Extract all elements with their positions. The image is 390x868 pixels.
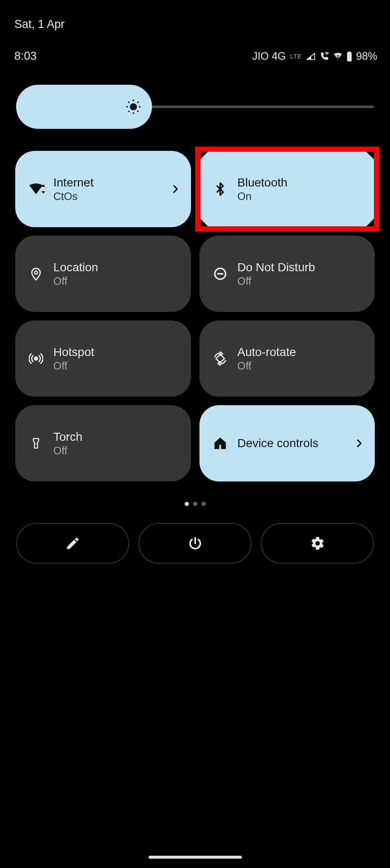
svg-point-6: [34, 271, 37, 274]
chevron-right-icon: [354, 438, 365, 449]
signal-icon: [305, 52, 316, 61]
status-bar: 8:03 JIO 4G LTE 98%: [0, 31, 390, 63]
gesture-nav-bar[interactable]: [149, 856, 242, 859]
brightness-thumb[interactable]: [16, 85, 152, 129]
tile-hotspot[interactable]: Hotspot Off: [15, 320, 191, 397]
tile-title: Location: [53, 261, 181, 274]
status-icons: [305, 51, 353, 62]
tile-location[interactable]: Location Off: [15, 236, 191, 312]
battery-percent: 98%: [356, 50, 377, 62]
status-time: 8:03: [14, 50, 37, 63]
wifi-icon: [27, 180, 45, 198]
tile-subtitle: Off: [238, 360, 365, 372]
brightness-slider[interactable]: [16, 85, 374, 129]
svg-rect-0: [347, 52, 352, 61]
tile-subtitle: Off: [53, 445, 181, 457]
gear-icon: [310, 536, 325, 551]
edit-button[interactable]: [16, 523, 129, 564]
tile-subtitle: CtOs: [53, 190, 161, 203]
tile-title: Hotspot: [53, 345, 181, 359]
tile-internet[interactable]: Internet CtOs: [15, 151, 191, 227]
torch-icon: [27, 434, 45, 452]
page-indicator: [0, 481, 390, 506]
power-button[interactable]: [138, 523, 252, 564]
tile-title: Internet: [53, 176, 161, 189]
carrier-label: JIO 4G: [252, 50, 286, 62]
tile-subtitle: On: [238, 190, 365, 203]
battery-icon: [346, 51, 353, 62]
tile-device-controls[interactable]: Device controls: [199, 405, 375, 481]
location-icon: [27, 265, 45, 283]
tile-bluetooth[interactable]: Bluetooth On: [199, 151, 375, 227]
tile-auto-rotate[interactable]: Auto-rotate Off: [199, 320, 375, 397]
chevron-right-icon: [170, 184, 181, 195]
home-icon: [211, 434, 229, 452]
svg-rect-1: [349, 51, 350, 53]
tile-torch[interactable]: Torch Off: [15, 405, 191, 481]
pager-dot: [193, 502, 197, 506]
footer-buttons: [0, 506, 390, 564]
tile-subtitle: Off: [53, 360, 181, 372]
pager-dot: [202, 502, 206, 506]
svg-marker-5: [41, 191, 45, 193]
auto-rotate-icon: [211, 350, 229, 367]
pencil-icon: [65, 536, 80, 551]
power-icon: [188, 536, 203, 551]
pager-dot: [185, 502, 189, 506]
tile-title: Device controls: [238, 437, 346, 450]
tile-title: Auto-rotate: [238, 345, 365, 359]
svg-point-9: [34, 357, 37, 360]
date-label: Sat, 1 Apr: [0, 0, 390, 31]
tile-title: Do Not Disturb: [238, 261, 365, 274]
tile-title: Bluetooth: [238, 176, 365, 189]
tile-subtitle: Off: [53, 275, 181, 287]
tile-title: Torch: [53, 430, 181, 444]
wifi-calling-icon: [319, 51, 330, 61]
status-right: JIO 4G LTE 98%: [252, 50, 377, 62]
tile-do-not-disturb[interactable]: Do Not Disturb Off: [199, 236, 375, 312]
hotspot-icon: [27, 350, 45, 367]
brightness-icon: [125, 98, 142, 115]
tile-subtitle: Off: [238, 275, 365, 287]
wifi-icon: [332, 52, 343, 61]
svg-point-3: [132, 106, 135, 108]
settings-button[interactable]: [261, 523, 374, 564]
dnd-icon: [211, 265, 229, 283]
bluetooth-icon: [211, 180, 229, 198]
network-badge: LTE: [290, 53, 302, 60]
quick-tiles-grid: Internet CtOs Bluetooth On Location Off …: [0, 129, 390, 481]
